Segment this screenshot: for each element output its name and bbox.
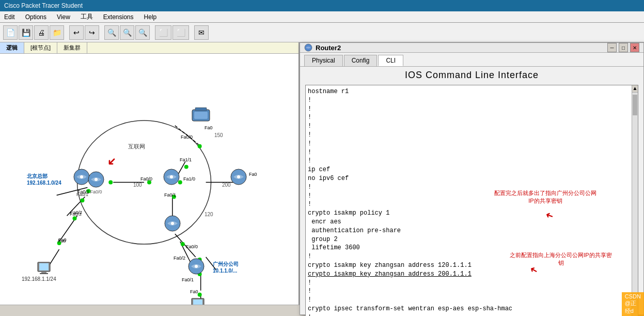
main-content: 逻辑 [根节点] 新集群 — [0, 42, 644, 305]
dialog-title-text: Router2 — [316, 44, 341, 52]
bottom-router[interactable] — [163, 214, 182, 233]
cli-line-no-ipv6: no ipv6 cef — [308, 174, 630, 183]
svg-point-26 — [181, 242, 185, 246]
toolbar-redo[interactable]: ↪ — [85, 25, 99, 40]
cli-line-isakmp-policy: crypto isakmp policy 1 — [308, 209, 630, 218]
scroll-thumb[interactable] — [633, 95, 637, 115]
cli-line-auth: authentication pre-share — [308, 227, 630, 235]
title-bar: Cisco Packet Tracer Student — [0, 0, 644, 11]
left-panel: 逻辑 [根节点] 新集群 — [0, 42, 300, 305]
center-left-router[interactable]: Fa0/0 — [87, 170, 105, 194]
svg-rect-48 — [41, 272, 46, 273]
cli-line-15: ! — [308, 296, 630, 305]
cli-line-14: ! — [308, 287, 630, 296]
link-200: 200 — [222, 182, 231, 188]
toolbar-zoom-in[interactable]: 🔍 — [104, 25, 119, 40]
red-arrow: ➜ — [104, 153, 120, 169]
toolbar-save[interactable]: 💾 — [19, 25, 33, 40]
menu-extensions[interactable]: Extensions — [101, 12, 136, 22]
right-router[interactable] — [229, 168, 248, 186]
menu-tools[interactable]: 工具 — [78, 11, 95, 22]
tab-cli[interactable]: CLI — [378, 55, 403, 66]
cli-scrollbar[interactable]: ▲ ▼ — [632, 85, 638, 316]
cli-line-encr: encr aes — [308, 218, 630, 227]
svg-rect-47 — [39, 263, 49, 270]
svg-rect-41 — [195, 108, 207, 111]
csdn-watermark: CSDN @正经d — [622, 292, 644, 316]
svg-point-15 — [108, 180, 113, 185]
beijing-label: 北京总部192.168.1.0/24 — [27, 173, 61, 186]
pc-guangzhou[interactable] — [190, 297, 206, 305]
annotation-2: 之前配置指向上海分公司公网IP的共享密钥 — [509, 251, 612, 267]
cli-line-13: ! — [308, 279, 630, 288]
svg-point-43 — [171, 222, 174, 225]
dialog-title-left: Router2 — [304, 43, 341, 52]
center-fa1-0: Fa1/0 — [183, 176, 195, 182]
menu-options[interactable]: Options — [23, 12, 49, 22]
tab-config[interactable]: Config — [344, 55, 378, 66]
link-120: 120 — [205, 212, 213, 217]
scroll-track — [632, 93, 638, 316]
internet-label: 互联网 — [128, 143, 145, 151]
dialog-title-controls: ─ □ ✕ — [607, 43, 639, 52]
dialog-title-bar: Router2 ─ □ ✕ — [300, 43, 643, 53]
maximize-button[interactable]: □ — [619, 43, 628, 52]
right-fa0: Fa0 — [249, 172, 257, 177]
svg-point-18 — [73, 216, 77, 220]
close-button[interactable]: ✕ — [630, 43, 639, 52]
minimize-button[interactable]: ─ — [607, 43, 617, 52]
cli-line-group: group 2 — [308, 235, 630, 244]
top-switch[interactable] — [190, 106, 212, 125]
bottom-fa0-2: Fa0/2 — [174, 255, 185, 261]
toolbar: 📄 💾 🖨 📁 ↩ ↪ 🔍 🔍 🔍 ⬜ ⬜ ✉ — [0, 23, 644, 42]
svg-point-32 — [80, 175, 83, 178]
center-fa0-1-down: Fa0/1 — [164, 192, 176, 198]
toolbar-custom[interactable]: ⬜ — [172, 25, 189, 40]
cli-line-0: hostname r1 — [308, 87, 630, 96]
left-router-fa0: Fa0 — [58, 237, 67, 243]
nav-new-cluster[interactable]: 新集群 — [57, 42, 87, 53]
svg-rect-49 — [40, 273, 48, 274]
svg-rect-51 — [193, 299, 202, 305]
svg-point-23 — [184, 165, 189, 169]
toolbar-new[interactable]: 📄 — [3, 25, 18, 40]
pc-ip: 192.168.1.1/24 — [22, 276, 56, 282]
cli-line-7: ! — [308, 148, 630, 157]
link-150: 150 — [214, 132, 223, 138]
toolbar-palette[interactable]: ⬜ — [155, 25, 171, 40]
network-canvas: 互联网 北京总部192.168.1.0/24 Fa0/1 Fa0/2 Fa0 F… — [0, 54, 299, 305]
guangzhou-router[interactable] — [187, 257, 206, 276]
cli-area: IOS Command Line Interface hostname r1 !… — [300, 67, 643, 316]
nav-root[interactable]: [根节点] — [24, 42, 57, 53]
tab-physical[interactable]: Physical — [304, 55, 343, 66]
cli-line-2: ! — [308, 105, 630, 114]
app-title: Cisco Packet Tracer Student — [4, 2, 83, 9]
menu-view[interactable]: View — [55, 12, 72, 22]
toolbar-open[interactable]: 📁 — [50, 25, 64, 40]
cli-line-ip-cef: ip cef — [308, 165, 630, 174]
center-router[interactable] — [162, 168, 181, 186]
toolbar-print[interactable]: 🖨 — [34, 25, 49, 40]
cli-line-8: ! — [308, 157, 630, 165]
svg-point-29 — [198, 293, 202, 297]
pc-icon[interactable] — [36, 261, 52, 278]
toolbar-zoom-fit[interactable]: 🔍 — [135, 25, 150, 40]
menu-help[interactable]: Help — [142, 12, 159, 22]
svg-point-38 — [237, 175, 240, 178]
scroll-up[interactable]: ▲ — [632, 85, 638, 93]
link-100: 100 — [133, 182, 142, 188]
menu-edit[interactable]: Edit — [2, 12, 17, 22]
toolbar-zoom-out[interactable]: 🔍 — [120, 25, 134, 40]
toolbar-mail[interactable]: ✉ — [194, 25, 209, 40]
cli-line-1: ! — [308, 96, 630, 105]
router-icon — [304, 43, 312, 52]
nav-logical[interactable]: 逻辑 — [0, 42, 24, 53]
cli-line-3: ! — [308, 113, 630, 122]
nav-bar: 逻辑 [根节点] 新集群 — [0, 42, 299, 54]
toolbar-undo[interactable]: ↩ — [69, 25, 84, 40]
cli-line-key2: crypto isakmp key zhangsan address 200.1… — [308, 270, 630, 279]
top-fa0: Fa0 — [205, 125, 213, 130]
cli-line-6: ! — [308, 140, 630, 148]
cli-line-16: ! — [308, 313, 630, 316]
svg-point-17 — [80, 198, 84, 202]
